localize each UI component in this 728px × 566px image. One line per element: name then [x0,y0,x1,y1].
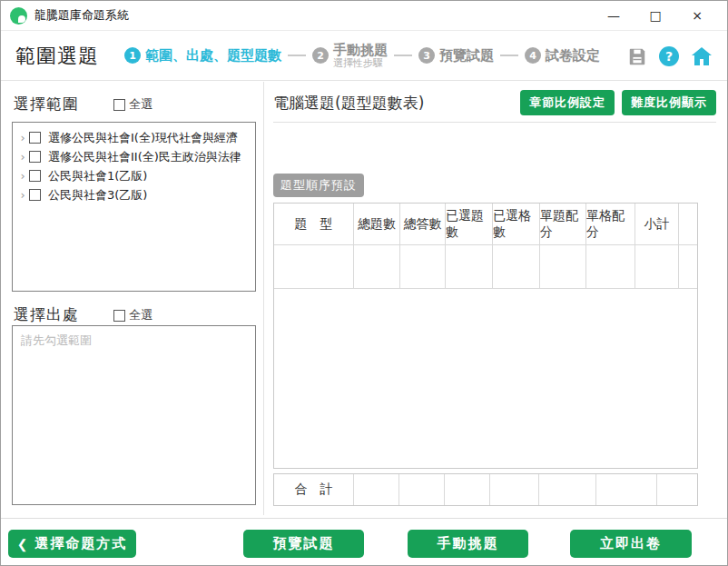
totals-cell [596,474,657,505]
step-3-number: 3 [418,47,435,64]
choose-method-label: 選擇命題方式 [34,535,127,552]
table-cell [635,245,679,288]
source-panel-title: 選擇出處 [14,304,79,325]
step-2-sublabel: 選擇性步驟 [333,58,388,70]
totals-cell [539,474,596,505]
source-placeholder-text: 請先勾選範圍 [13,326,255,355]
column-header: 已選格數 [493,204,540,244]
step-1-label: 範圍、出處、題型題數 [145,47,281,65]
tree-item-label: 選修公民與社會II(全)民主政治與法律 [48,149,241,165]
range-tree: › 選修公民與社會I(全)現代社會與經濟 › 選修公民與社會II(全)民主政治與… [13,123,255,210]
totals-label: 合 計 [274,474,354,505]
totals-cell [399,474,445,505]
chevron-right-icon[interactable]: › [16,169,29,183]
tree-item-checkbox[interactable] [29,189,41,201]
table-header-row: 題 型 總題數 總答數 已選題數 已選格數 單題配分 單格配分 小計 [274,204,697,245]
chevron-right-icon[interactable]: › [16,188,29,202]
minimize-button[interactable]: — [593,1,635,31]
preview-questions-button[interactable]: 預覽試題 [243,530,364,558]
tree-item-label: 選修公民與社會I(全)現代社會與經濟 [48,130,238,146]
nav-bar: 範圍選題 1 範圍、出處、題型題數 2 手動挑題 選擇性步驟 3 預覽試題 4 [1,32,727,81]
step-2-label: 手動挑題 [333,43,388,58]
table-cell [586,245,635,288]
range-tree-box: › 選修公民與社會I(全)現代社會與經濟 › 選修公民與社會II(全)民主政治與… [12,122,256,292]
choose-method-back-button[interactable]: ❮ 選擇命題方式 [8,530,136,558]
tree-item-checkbox[interactable] [29,132,41,144]
table-cell [354,245,400,288]
step-3-label: 預覽試題 [439,47,494,65]
tree-item[interactable]: › 選修公民與社會I(全)現代社會與經濟 [16,128,251,147]
question-type-order-tag[interactable]: 題型順序預設 [273,174,364,197]
titlebar: 龍騰題庫命題系統 — □ × [1,1,727,31]
app-title: 龍騰題庫命題系統 [34,7,129,24]
step-4-number: 4 [525,47,541,64]
column-header: 總答數 [400,204,446,244]
range-select-all-label: 全選 [129,96,152,113]
source-select-all[interactable]: 全選 [113,307,152,325]
page-title: 範圍選題 [15,43,99,70]
step-connector [394,55,412,56]
column-header: 題 型 [274,204,354,244]
table-cell [679,245,697,288]
source-select-all-label: 全選 [129,307,152,323]
range-select-all-checkbox[interactable] [113,99,125,111]
totals-cell [445,474,490,505]
tree-item[interactable]: › 公民與社會1(乙版) [16,166,251,185]
column-header: 小計 [635,204,679,244]
step-2-manual-pick[interactable]: 2 手動挑題 選擇性步驟 [312,43,388,70]
main-panel-title: 電腦選題(題型題數表) [273,93,424,114]
window-controls: — □ × [593,1,718,31]
generate-paper-button[interactable]: 立即出卷 [570,530,692,558]
chevron-right-icon[interactable]: › [16,131,29,144]
source-panel-header: 選擇出處 全選 [14,304,152,325]
column-header: 總題數 [354,204,400,244]
chevron-left-icon: ❮ [17,537,30,551]
column-header: 已選題數 [446,204,493,244]
tree-item-label: 公民與社會3(乙版) [48,187,147,204]
tree-item-label: 公民與社會1(乙版) [48,168,147,184]
step-3-preview[interactable]: 3 預覽試題 [418,47,494,65]
step-4-label: 試卷設定 [546,47,600,65]
totals-cell [657,474,697,505]
step-connector [288,55,306,56]
stepper: 1 範圍、出處、題型題數 2 手動挑題 選擇性步驟 3 預覽試題 4 試卷設定 [124,43,600,70]
maximize-button[interactable]: □ [635,1,676,31]
column-header: 單格配分 [586,204,635,244]
main-header-divider [273,122,716,123]
difficulty-ratio-button[interactable]: 難度比例顯示 [622,90,716,115]
range-panel-title: 選擇範圍 [14,94,79,114]
step-connector [500,55,518,56]
source-select-all-checkbox[interactable] [113,310,125,322]
home-icon[interactable] [691,46,713,66]
column-header: 單題配分 [540,204,586,244]
step-4-paper-setting[interactable]: 4 試卷設定 [525,47,600,65]
chevron-right-icon[interactable]: › [16,150,29,164]
app-logo-icon [10,7,27,25]
tree-item-checkbox[interactable] [29,151,41,163]
table-cell [446,245,493,288]
tree-item-checkbox[interactable] [29,170,41,182]
help-icon[interactable]: ? [659,46,679,66]
nav-icons: ? [627,46,713,66]
totals-cell [490,474,539,505]
totals-cell [354,474,399,505]
tree-item[interactable]: › 選修公民與社會II(全)民主政治與法律 [16,147,251,166]
table-empty-row [274,245,697,289]
tree-item[interactable]: › 公民與社會3(乙版) [16,185,251,204]
table-cell [540,245,586,288]
close-button[interactable]: × [676,1,718,31]
range-select-all[interactable]: 全選 [113,96,152,114]
range-panel-header: 選擇範圍 全選 [14,94,152,114]
chapter-ratio-button[interactable]: 章節比例設定 [520,90,615,115]
pane-divider [263,82,264,515]
table-cell [274,245,354,288]
table-cell [493,245,540,288]
column-header [679,204,697,244]
save-icon[interactable] [627,46,647,66]
main-panel-header: 電腦選題(題型題數表) 章節比例設定 難度比例顯示 [273,90,716,115]
step-1-range[interactable]: 1 範圍、出處、題型題數 [124,47,281,65]
source-list-box: 請先勾選範圍 [12,325,256,505]
manual-pick-button[interactable]: 手動挑題 [408,530,528,558]
table-cell [400,245,446,288]
totals-row: 合 計 [273,473,698,506]
